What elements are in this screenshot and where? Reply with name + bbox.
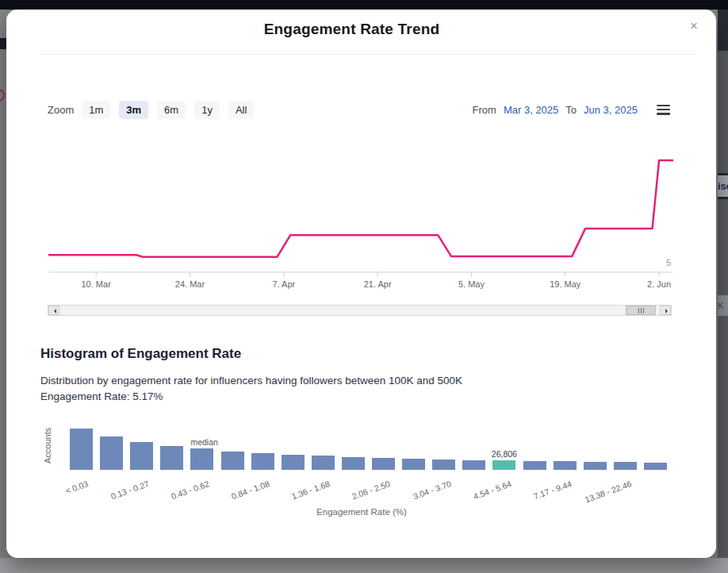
histogram-description: Distribution by engagement rate for infl… bbox=[40, 375, 462, 386]
zoom-button-1m[interactable]: 1m bbox=[82, 101, 110, 119]
histogram-bar[interactable] bbox=[221, 452, 244, 470]
background-left-item bbox=[0, 38, 6, 49]
histogram-x-tick-label: 0.13 - 0.27 bbox=[109, 479, 150, 501]
trend-x-tick-label: 21. Apr bbox=[364, 279, 392, 289]
histogram-x-tick-label: 0.43 - 0.62 bbox=[170, 479, 210, 501]
background-left-edge bbox=[0, 10, 6, 558]
zoom-button-3m[interactable]: 3m bbox=[119, 101, 148, 119]
histogram-bar[interactable] bbox=[372, 458, 395, 470]
histogram-bar[interactable] bbox=[130, 442, 153, 470]
median-annotation: median bbox=[190, 437, 217, 447]
hamburger-menu-icon[interactable] bbox=[657, 105, 670, 115]
to-date-input[interactable]: Jun 3, 2025 bbox=[584, 104, 638, 116]
trend-x-tick-label: 10. Mar bbox=[82, 279, 112, 289]
background-partial-text-top: ise bbox=[718, 175, 728, 197]
from-label: From bbox=[473, 104, 496, 116]
trend-x-tick-label: 5. May bbox=[458, 279, 485, 289]
histogram-bar[interactable] bbox=[554, 461, 577, 470]
histogram-x-tick-label: 3.04 - 3.70 bbox=[412, 479, 452, 501]
range-selector-row: Zoom 1m3m6m1yAll From Mar 3, 2025 To Jun… bbox=[48, 100, 670, 119]
background-top-bar bbox=[0, 0, 728, 10]
histogram-bar[interactable] bbox=[312, 456, 335, 470]
engagement-rate-trend-modal: × Engagement Rate Trend Zoom 1m3m6m1yAll… bbox=[6, 10, 716, 558]
histogram-bar[interactable] bbox=[432, 460, 455, 470]
histogram-x-tick-label: 4.54 - 5.64 bbox=[472, 479, 512, 501]
histogram-bar[interactable] bbox=[282, 455, 305, 470]
scrollbar-right-arrow-icon[interactable] bbox=[660, 306, 671, 315]
date-range: From Mar 3, 2025 To Jun 3, 2025 bbox=[473, 104, 638, 116]
background-avatar-ring bbox=[0, 89, 5, 102]
histogram-x-tick-label: 7.17 - 9.44 bbox=[532, 479, 573, 501]
to-label: To bbox=[565, 104, 577, 116]
histogram-bar[interactable] bbox=[160, 446, 183, 470]
histogram-x-axis-label: Engagement Rate (%) bbox=[40, 507, 684, 517]
zoom-button-all[interactable]: All bbox=[228, 101, 254, 119]
histogram-bar[interactable] bbox=[523, 461, 546, 470]
trend-line-chart: 10. Mar24. Mar7. Apr21. Apr5. May19. May… bbox=[48, 139, 674, 291]
histogram-bar[interactable] bbox=[584, 462, 607, 470]
histogram-bar[interactable] bbox=[251, 453, 274, 470]
histogram-title: Histogram of Engagement Rate bbox=[40, 346, 241, 362]
background-partial-text-bottom: K bbox=[718, 295, 728, 316]
histogram-bar[interactable] bbox=[462, 460, 485, 470]
background-divider bbox=[718, 197, 728, 199]
trend-x-tick-label: 7. Apr bbox=[272, 279, 295, 289]
scrollbar-thumb[interactable] bbox=[626, 306, 656, 315]
histogram-bar[interactable] bbox=[644, 463, 667, 470]
histogram-x-tick-label: 0.84 - 1.08 bbox=[230, 479, 270, 501]
histogram-chart: Accounts median26,806< 0.030.13 - 0.270.… bbox=[40, 417, 684, 513]
scrollbar-left-arrow-icon[interactable] bbox=[48, 306, 59, 315]
histogram-bar[interactable] bbox=[100, 436, 123, 470]
from-date-input[interactable]: Mar 3, 2025 bbox=[504, 104, 558, 116]
histogram-bar[interactable] bbox=[342, 457, 365, 470]
histogram-bar-highlighted[interactable] bbox=[492, 460, 515, 470]
background-right-block bbox=[718, 10, 728, 51]
modal-title: Engagement Rate Trend bbox=[6, 21, 697, 38]
zoom-button-6m[interactable]: 6m bbox=[157, 101, 186, 119]
background-bottom-strip bbox=[0, 558, 728, 573]
histogram-bar[interactable] bbox=[190, 448, 213, 470]
background-right-edge: ise K bbox=[718, 10, 728, 558]
zoom-label: Zoom bbox=[48, 104, 74, 116]
histogram-bar[interactable] bbox=[614, 462, 637, 470]
histogram-y-axis-label: Accounts bbox=[43, 420, 52, 471]
title-divider bbox=[40, 54, 694, 55]
trend-x-tick-label: 24. Mar bbox=[175, 279, 205, 289]
histogram-x-tick-label: 1.36 - 1.68 bbox=[290, 479, 331, 501]
histogram-bar[interactable] bbox=[402, 459, 425, 470]
trend-x-tick-label: 2. Jun bbox=[647, 279, 671, 289]
highlighted-bar-value-label: 26,806 bbox=[492, 449, 517, 459]
trend-x-tick-label: 19. May bbox=[550, 279, 581, 289]
trend-y-tick-label: 5 bbox=[666, 258, 671, 267]
zoom-button-group: 1m3m6m1yAll bbox=[82, 101, 262, 119]
histogram-x-tick-label: 2.06 - 2.50 bbox=[351, 479, 391, 501]
zoom-button-1y[interactable]: 1y bbox=[194, 101, 220, 119]
chart-horizontal-scrollbar[interactable] bbox=[48, 305, 672, 316]
histogram-engagement-rate-value: Engagement Rate: 5.17% bbox=[40, 390, 163, 402]
histogram-bar[interactable] bbox=[70, 429, 93, 470]
trend-series-line bbox=[49, 160, 672, 257]
histogram-x-tick-label: 13.38 - 22.46 bbox=[584, 479, 633, 504]
histogram-x-tick-label: < 0.03 bbox=[64, 479, 90, 495]
